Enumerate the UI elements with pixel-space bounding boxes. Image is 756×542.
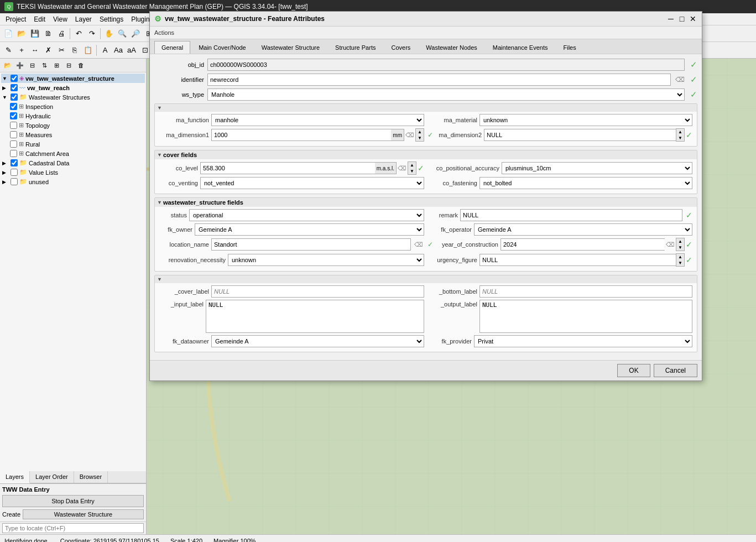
ma-material-select[interactable]: unknown concrete brick [479, 114, 692, 126]
dialog-maximize-btn[interactable]: □ [677, 14, 686, 23]
ma-dimension1-spin-up[interactable]: ▲ [416, 129, 424, 135]
layer-item-measures[interactable]: ⊞ Measures [1, 130, 145, 139]
layer-item-unused[interactable]: ▶ 📁 unused [1, 177, 145, 186]
layer-check-topology[interactable] [10, 122, 17, 129]
layer-check-wastewater-structure[interactable] [11, 75, 18, 82]
layer-item-hydraulic[interactable]: ⊞ Hydraulic [1, 111, 145, 121]
bottom-label-input[interactable] [479, 285, 692, 298]
label-btn[interactable]: A [99, 44, 111, 56]
label2-btn[interactable]: Aa [112, 44, 124, 56]
ws-section-header[interactable]: ▼ wastewater_structure fields [155, 198, 697, 207]
layer-item-inspection[interactable]: ⊞ Inspection [1, 102, 145, 111]
new-project-btn[interactable]: 📄 [2, 28, 14, 40]
tab-maintenance-events[interactable]: Maintenance Events [486, 41, 555, 54]
obj-id-field[interactable] [207, 59, 685, 71]
delete-feature-btn[interactable]: ✗ [42, 44, 54, 56]
layer-item-rural[interactable]: ⊞ Rural [1, 139, 145, 149]
cover-section-header[interactable]: ▼ cover fields [155, 150, 697, 159]
dialog-minimize-btn[interactable]: ─ [666, 14, 675, 23]
ma-dimension1-clear-icon[interactable]: ⌫ [405, 132, 414, 139]
urgency-spin-down[interactable]: ▼ [676, 260, 684, 266]
save-as-btn[interactable]: 🗎 [42, 28, 54, 40]
expand-unused[interactable]: ▶ [2, 179, 9, 185]
pan-btn[interactable]: ✋ [103, 28, 115, 40]
add-group-btn[interactable]: ➕ [14, 60, 25, 71]
year-spin-up[interactable]: ▲ [676, 238, 684, 244]
urgency-spin-up[interactable]: ▲ [676, 254, 684, 260]
co-venting-select[interactable]: not_vented vented [200, 177, 424, 189]
actions-label[interactable]: Actions [154, 29, 174, 36]
layer-item-valuelists[interactable]: ▶ 📁 Value Lists [1, 168, 145, 177]
fk-dataowner-select[interactable]: Gemeinde A Gemeinde B [211, 335, 424, 347]
layer-check-catchment[interactable] [10, 150, 17, 157]
layer-item-catchment[interactable]: ⊞ Catchment Area [1, 149, 145, 158]
save-project-btn[interactable]: 💾 [29, 28, 41, 40]
identifier-field[interactable] [207, 74, 671, 86]
expand-cadastral[interactable]: ▶ [2, 160, 9, 166]
input-label-textarea[interactable]: NULL [206, 300, 424, 333]
co-level-input[interactable] [200, 162, 375, 174]
layer-check-hydraulic[interactable] [10, 112, 17, 119]
layer-item-reach[interactable]: ▶ 〰 vw_tww_reach [1, 83, 145, 92]
co-positional-accuracy-select[interactable]: plusminus_10cm plusminus_50cm [502, 162, 692, 174]
fk-provider-select[interactable]: Privat Public [474, 335, 692, 347]
ma-dimension2-input[interactable] [484, 129, 676, 141]
redo-btn[interactable]: ↷ [86, 28, 98, 40]
tab-covers[interactable]: Covers [384, 41, 418, 54]
co-fastening-select[interactable]: not_bolted bolted [479, 177, 692, 189]
label-fields-section-header[interactable]: ▼ [155, 275, 697, 283]
menu-project[interactable]: Project [2, 14, 29, 24]
co-level-clear-icon[interactable]: ⌫ [398, 165, 406, 172]
open-project-btn[interactable]: 📂 [15, 28, 28, 40]
fk-owner-select[interactable]: Gemeinde A Gemeinde B [195, 223, 424, 236]
cancel-button[interactable]: Cancel [654, 364, 697, 377]
tab-layers[interactable]: Layers [0, 471, 30, 483]
co-level-spin-down[interactable]: ▼ [408, 168, 416, 174]
expand-all-btn[interactable]: ⊞ [51, 60, 62, 71]
tab-structure-parts[interactable]: Structure Parts [328, 41, 383, 54]
ma-dimension1-input[interactable] [211, 129, 391, 141]
stop-data-entry-btn[interactable]: Stop Data Entry [2, 495, 144, 507]
location-name-input[interactable] [211, 238, 411, 251]
expand-wastewater-structure[interactable]: ▼ [2, 76, 9, 81]
locate-input[interactable] [2, 523, 144, 533]
menu-layer[interactable]: Layer [72, 14, 95, 24]
sort-layer-btn[interactable]: ⇅ [39, 60, 50, 71]
layer-item-topology[interactable]: ⊞ Topology [1, 121, 145, 130]
ma-function-select[interactable]: manhole other [211, 114, 424, 126]
zoom-out-btn[interactable]: 🔎 [129, 28, 142, 40]
remove-layer-btn[interactable]: 🗑 [75, 60, 86, 71]
fk-operator-select[interactable]: Gemeinde A Gemeinde B [474, 223, 692, 236]
ws-type-select[interactable]: Manhole Special Structure Infiltration I… [207, 88, 685, 101]
dialog-close-btn[interactable]: ✕ [689, 14, 697, 23]
tab-layer-order[interactable]: Layer Order [30, 471, 74, 483]
filter-layer-btn[interactable]: ⊟ [27, 60, 38, 71]
label3-btn[interactable]: aA [126, 44, 138, 56]
cut-btn[interactable]: ✂ [55, 44, 67, 56]
layer-check-unused[interactable] [11, 178, 18, 185]
year-of-construction-input[interactable] [500, 238, 665, 251]
expand-reach[interactable]: ▶ [2, 85, 9, 91]
layer-check-reach[interactable] [11, 84, 18, 91]
identifier-erase-icon[interactable]: ⌫ [675, 76, 685, 84]
menu-edit[interactable]: Edit [30, 14, 49, 24]
copy-btn[interactable]: ⎘ [69, 44, 81, 56]
create-wastewater-structure-btn[interactable]: Wastewater Structure [23, 509, 144, 519]
renovation-necessity-select[interactable]: unknown yes no [228, 254, 424, 266]
tab-main-cover[interactable]: Main Cover/Node [191, 41, 253, 54]
co-level-spin-up[interactable]: ▲ [408, 162, 416, 168]
tab-browser[interactable]: Browser [74, 471, 108, 483]
layer-item-cadastral[interactable]: ▶ 📁 Cadastral Data [1, 158, 145, 168]
year-clear-icon[interactable]: ⌫ [666, 241, 675, 248]
tab-general[interactable]: General [154, 41, 190, 54]
move-feature-btn[interactable]: ↔ [29, 44, 41, 56]
undo-btn[interactable]: ↶ [72, 28, 85, 40]
ma-dimension2-spin-down[interactable]: ▼ [676, 135, 684, 141]
collapse-all-btn[interactable]: ⊟ [63, 60, 74, 71]
manhole-section-header[interactable]: ▼ [155, 104, 697, 112]
tab-wastewater-nodes[interactable]: Wastewater Nodes [419, 41, 484, 54]
remark-input[interactable] [460, 209, 682, 221]
layer-item-ws-group[interactable]: ▼ 📁 Wastewater Structures [1, 92, 145, 102]
expand-ws-group[interactable]: ▼ [2, 95, 9, 100]
status-select[interactable]: operational inactive removed [189, 209, 424, 221]
